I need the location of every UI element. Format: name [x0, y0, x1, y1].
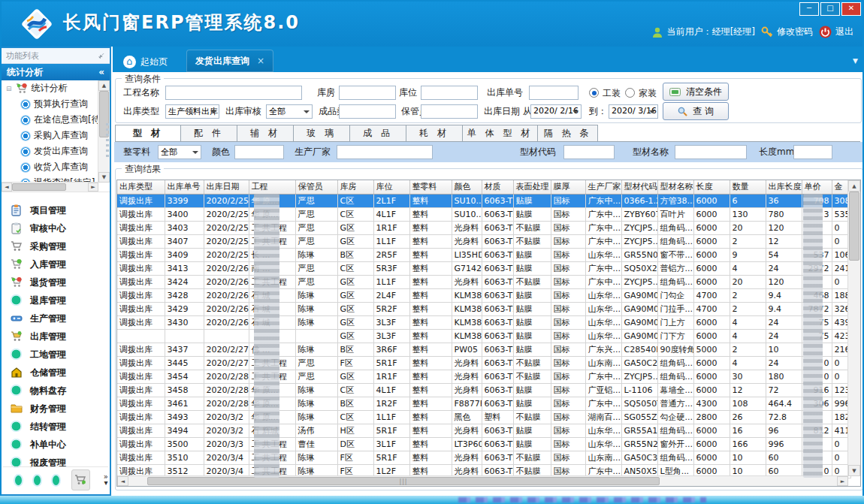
- profile-code-input[interactable]: [563, 145, 615, 159]
- column-header-数量[interactable]: 数量: [730, 180, 766, 194]
- material-tab-配件[interactable]: 配 件: [181, 125, 237, 142]
- toolbar-more-button[interactable]: »▾: [104, 474, 108, 486]
- sidebar-item-生产管理[interactable]: 生产管理: [3, 309, 108, 327]
- toolbar-dot-icon[interactable]: [53, 475, 59, 485]
- column-header-生产厂家[interactable]: 生产厂家: [585, 180, 621, 194]
- search-button[interactable]: 查 询: [663, 102, 729, 120]
- table-row[interactable]: 调拨出库34452020/2/27工 共工程严思F区5R1F整料光身料6063-…: [117, 356, 850, 370]
- clear-conditions-button[interactable]: 清空条件: [663, 83, 729, 101]
- column-header-库位[interactable]: 库位: [373, 180, 409, 194]
- column-header-出库日期[interactable]: 出库日期: [204, 180, 249, 194]
- close-button[interactable]: ✕: [841, 2, 861, 16]
- table-row[interactable]: 调拨出库34942020/3/2石 辉城汤伟H区5R1F整料光身料6063-T5…: [117, 424, 850, 437]
- sidebar-item-审核中心[interactable]: 审核中心: [3, 219, 108, 237]
- tree-item-预算执行查询[interactable]: 预算执行查询: [2, 96, 98, 112]
- tab-list-dropdown-icon[interactable]: ▼: [853, 57, 858, 65]
- column-header-库房[interactable]: 库房: [337, 180, 373, 194]
- tab-close-icon[interactable]: ×: [257, 56, 264, 66]
- color-input[interactable]: [234, 145, 284, 159]
- scroll-thumb[interactable]: [849, 192, 859, 261]
- table-row[interactable]: 调拨出库34302020/2/26石 城陈琳G区3L3F整料KLM3817606…: [117, 315, 850, 329]
- table-row[interactable]: 调拨出库35002020/3/3工 共工程曹佳D区3L1F整料LT3P60606…: [117, 437, 850, 451]
- table-row[interactable]: 调拨出库34582020/2/28华 原...陈琳C区4L1F整料光身料6063…: [117, 383, 850, 397]
- column-header-膜厚[interactable]: 膜厚: [551, 180, 585, 194]
- date-from-picker[interactable]: 2020/ 2/16: [530, 104, 582, 119]
- tab-home[interactable]: ⌂ 起始页: [116, 51, 175, 72]
- table-row[interactable]: 调拨出库34072020/2/25工 共工程严思G区1L1F整料光身料6063-…: [117, 234, 850, 248]
- table-row[interactable]: 调拨出库34542020/2/28工 共工程严思G区1R1F整料光身料6063-…: [117, 370, 850, 383]
- scroll-down-arrow[interactable]: ▼: [98, 172, 110, 183]
- logout-button[interactable]: 退出: [819, 26, 853, 38]
- out-type-combo[interactable]: 生产领料出库: [165, 104, 219, 119]
- column-header-整零料[interactable]: 整零料: [409, 180, 452, 194]
- column-header-出库单号[interactable]: 出库单号: [165, 180, 204, 194]
- material-tab-单体型材[interactable]: 单 体 型 材: [463, 125, 538, 142]
- sidebar-item-结转管理[interactable]: 结转管理: [3, 418, 108, 436]
- sidebar-item-仓储管理[interactable]: 仓储管理: [3, 364, 108, 382]
- sidebar-drag-handle[interactable]: [106, 123, 109, 159]
- warehouse-input[interactable]: [339, 86, 396, 100]
- project-name-input[interactable]: [165, 86, 302, 100]
- material-tab-型材[interactable]: 型 材: [115, 125, 181, 142]
- collapse-icon[interactable]: «: [98, 67, 104, 77]
- column-header-型材名称[interactable]: 型材名称: [657, 180, 693, 194]
- pin-icon[interactable]: 📌︎: [98, 52, 105, 60]
- maximize-button[interactable]: □: [820, 2, 840, 16]
- change-password-button[interactable]: 修改密码: [761, 26, 813, 38]
- material-tab-成品[interactable]: 成 品: [350, 125, 406, 142]
- sidebar-item-物料盘存[interactable]: 物料盘存: [3, 382, 108, 400]
- material-tab-辅材[interactable]: 辅 材: [237, 125, 294, 142]
- product-type-input[interactable]: [339, 104, 396, 119]
- maker-input[interactable]: [337, 145, 433, 159]
- sidebar-item-采购管理[interactable]: 采购管理: [3, 237, 108, 255]
- table-row[interactable]: 调拨出库34132020/2/26南 ...严思C区5R3F整料G7142260…: [117, 261, 850, 275]
- keeper-input[interactable]: [421, 104, 478, 119]
- column-header-出库类型[interactable]: 出库类型: [117, 180, 165, 194]
- toolbar-dot-icon[interactable]: [34, 475, 41, 485]
- sidebar-item-退货管理[interactable]: 退货管理: [3, 273, 108, 291]
- table-row[interactable]: 调拨出库34032020/2/25工 共工程严思G区1R1F整料光身料6063-…: [117, 221, 850, 234]
- table-vertical-scrollbar[interactable]: ▲ ▼: [847, 180, 860, 476]
- table-row[interactable]: 调拨出库34612020/2/28华 原...陈琳B区1R2F整料F8877FT…: [117, 397, 850, 410]
- column-header-工程[interactable]: 工程: [249, 180, 295, 194]
- scroll-up-arrow[interactable]: ▲: [98, 80, 110, 91]
- table-row[interactable]: 调拨出库33992020/2/25华 原...严思C区2L1F整料SU10...…: [117, 194, 850, 207]
- radio-icon[interactable]: [625, 88, 635, 98]
- tab-shipping-query[interactable]: 发货出库查询 ×: [186, 50, 273, 72]
- sidebar-item-工地管理[interactable]: 工地管理: [3, 346, 108, 364]
- location-input[interactable]: [421, 86, 478, 100]
- sidebar-item-补单中心[interactable]: 补单中心: [3, 436, 108, 454]
- column-header-保管员[interactable]: 保管员: [295, 180, 337, 194]
- table-row[interactable]: 调拨出库34002020/2/25华 原...严思C区4L1F整料SU10...…: [117, 207, 850, 221]
- column-header-型材代码[interactable]: 型材代码: [621, 180, 657, 194]
- tree-item-发货出库查询[interactable]: 发货出库查询: [2, 143, 98, 159]
- tree-root[interactable]: ⊟统计分析: [2, 80, 98, 96]
- column-header-单价[interactable]: 单价: [802, 180, 832, 194]
- scroll-left-arrow[interactable]: ◄: [2, 183, 12, 192]
- toolbar-cart-button[interactable]: [71, 469, 90, 490]
- scroll-left-arrow[interactable]: ◄: [117, 476, 128, 486]
- column-header-长度[interactable]: 长度: [693, 180, 730, 194]
- column-header-表面处理[interactable]: 表面处理: [513, 180, 551, 194]
- toolbar-dot-icon[interactable]: [15, 475, 22, 485]
- table-horizontal-scrollbar[interactable]: ◄ ||| ►: [117, 475, 848, 486]
- order-no-input[interactable]: [529, 86, 579, 100]
- tree-horizontal-scrollbar[interactable]: ◄ ►: [2, 182, 98, 192]
- out-audit-combo[interactable]: 全部: [266, 104, 313, 119]
- scroll-up-arrow[interactable]: ▲: [848, 180, 860, 192]
- scroll-right-arrow[interactable]: ►: [88, 183, 98, 192]
- material-tab-耗材[interactable]: 耗 材: [406, 125, 463, 142]
- sidebar-item-项目管理[interactable]: 项目管理: [3, 201, 108, 219]
- table-row[interactable]: 调拨出库35102020/3/4工 共工程陈琳F区5R1F整料光身料6063-T…: [117, 451, 850, 464]
- table-row[interactable]: 调拨出库34242020/2/26工 共工程严思G区1L1F整料光身料6063-…: [117, 275, 850, 288]
- table-row[interactable]: G区3L3F整料KLM38176063-T5贴膜国标山东华...GA90M09.…: [117, 329, 850, 343]
- column-header-颜色[interactable]: 颜色: [452, 180, 482, 194]
- table-row[interactable]: 调拨出库34292020/2/26石 城陈琳G区5R2F整料KLM3817606…: [117, 302, 850, 315]
- column-header-出库长度[interactable]: 出库长度: [766, 180, 802, 194]
- scroll-right-arrow[interactable]: ►: [837, 476, 848, 486]
- table-row[interactable]: 调拨出库34282020/2/26石 城陈琳G区2L4F整料KLM3817606…: [117, 288, 850, 302]
- radio-icon[interactable]: [589, 88, 599, 98]
- material-tab-隔热条[interactable]: 隔 热 条: [538, 125, 598, 142]
- whole-part-combo[interactable]: 全部: [158, 145, 201, 159]
- sidebar-item-入库管理[interactable]: 入库管理: [3, 255, 108, 273]
